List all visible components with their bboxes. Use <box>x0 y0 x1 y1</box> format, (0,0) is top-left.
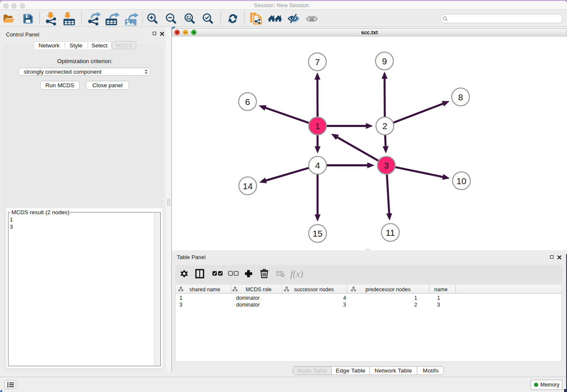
svg-text:2: 2 <box>383 121 388 131</box>
svg-text:11: 11 <box>386 228 395 237</box>
svg-text:14: 14 <box>243 181 253 191</box>
svg-text:shared name: shared name <box>190 287 220 293</box>
svg-text:1: 1 <box>315 121 320 131</box>
svg-text:4: 4 <box>315 160 320 170</box>
svg-text:6: 6 <box>245 97 250 107</box>
svg-text:15: 15 <box>313 229 322 238</box>
svg-text:MCDS role: MCDS role <box>245 287 271 293</box>
svg-text:f(x): f(x) <box>290 268 303 279</box>
svg-text:predecessor nodes: predecessor nodes <box>366 287 410 293</box>
svg-text:successor nodes: successor nodes <box>294 287 334 293</box>
svg-text:7: 7 <box>315 57 320 67</box>
svg-text:8: 8 <box>458 92 463 102</box>
svg-text:name: name <box>434 287 447 293</box>
svg-text:3: 3 <box>384 160 389 170</box>
svg-text:9: 9 <box>382 56 387 66</box>
svg-text:10: 10 <box>457 176 466 186</box>
